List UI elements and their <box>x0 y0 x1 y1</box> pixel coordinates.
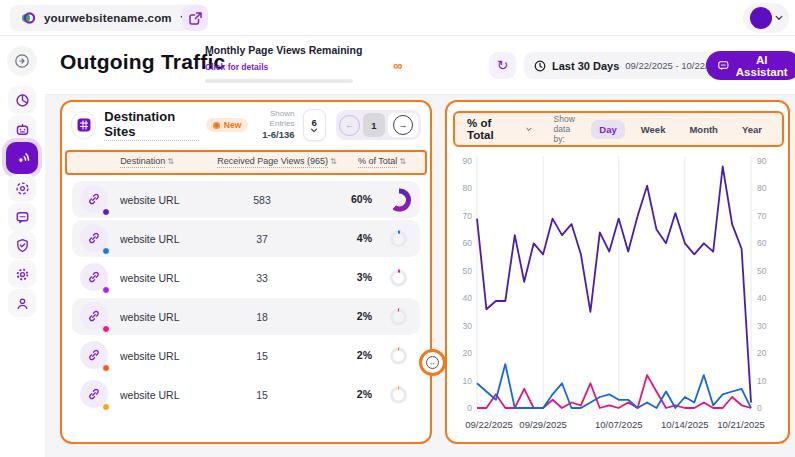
percent-value: 2% <box>327 349 372 361</box>
table-column-headers: Destination⇅ Received Page Views (965)⇅ … <box>65 150 427 175</box>
y-axis-label-left: 20 <box>463 348 473 358</box>
sidebar-item-ai[interactable] <box>8 115 36 143</box>
destination-label: website URL <box>120 272 180 284</box>
destination-sites-panel: Destination Sites New Shown Entries 1-6/… <box>60 100 432 444</box>
y-axis-label-right: 60 <box>757 238 767 248</box>
column-percent-of-total[interactable]: % of Total⇅ <box>342 156 422 166</box>
next-page-button[interactable]: → <box>393 115 413 135</box>
sidebar-item-security[interactable] <box>8 231 36 259</box>
main-content: Destination Sites New Shown Entries 1-6/… <box>45 95 795 457</box>
sidebar-item-profile[interactable] <box>8 289 36 317</box>
table-row[interactable]: website URL182% <box>72 298 420 335</box>
badge-dot-icon <box>213 122 220 129</box>
site-color-dot <box>102 403 110 411</box>
pie-chart-icon <box>15 93 30 108</box>
sidebar-item-dashboard[interactable] <box>8 86 36 114</box>
y-axis-label-right: 90 <box>757 156 767 166</box>
link-icon <box>80 380 108 408</box>
sidebar-item-heatmaps[interactable] <box>8 174 36 202</box>
site-color-dot <box>102 364 110 372</box>
page-views-value: 15 <box>217 350 307 362</box>
ai-assistant-button[interactable]: AI Assistant <box>706 51 795 80</box>
table-row[interactable]: website URL152% <box>72 337 420 374</box>
link-icon <box>80 263 108 291</box>
series-secondary-pink <box>477 375 751 408</box>
x-axis-label: 09/29/2025 <box>519 419 567 430</box>
x-axis-label: 10/21/2025 <box>717 419 765 430</box>
y-axis-label-right: 0 <box>757 403 762 413</box>
next-page-wrap: → <box>388 113 418 137</box>
line-chart: 09/22/202509/29/202510/07/202510/14/2025… <box>451 152 788 440</box>
prev-page-button[interactable]: ← <box>339 115 360 136</box>
x-axis-label: 10/14/2025 <box>661 419 709 430</box>
sidebar-collapse-icon[interactable] <box>7 46 37 76</box>
shown-entries: Shown Entries 1-6/136 <box>248 109 294 141</box>
page-views-value: 33 <box>217 272 307 284</box>
table-panel-header: Destination Sites New Shown Entries 1-6/… <box>62 102 430 148</box>
refresh-button[interactable]: ↻ <box>489 52 516 79</box>
chevron-down-icon <box>775 15 783 21</box>
percent-value: 2% <box>327 388 372 400</box>
security-shield-icon <box>15 238 30 253</box>
y-axis-label-right: 70 <box>757 211 767 221</box>
tab-month[interactable]: Month <box>681 120 726 139</box>
show-data-by-label: Show data by: <box>554 114 582 144</box>
table-row[interactable]: website URL333% <box>72 259 420 296</box>
monthly-views-progress <box>205 79 353 83</box>
current-page[interactable]: 1 <box>363 113 385 137</box>
chart-header: % of Total Show data by: DayWeekMonthYea… <box>453 111 784 147</box>
column-received-page-views[interactable]: Received Page Views (965)⇅ <box>202 156 352 166</box>
percent-value: 4% <box>327 232 372 244</box>
table-rows: website URL58360%website URL374%website … <box>72 181 420 415</box>
page-title: Outgoing Traffic <box>60 50 225 74</box>
page-views-value: 583 <box>217 194 307 206</box>
y-axis-label-right: 40 <box>757 293 767 303</box>
percent-donut <box>390 269 407 286</box>
tab-year[interactable]: Year <box>734 120 770 139</box>
destination-sites-icon <box>71 111 96 139</box>
open-site-button[interactable] <box>182 5 208 31</box>
site-selector[interactable]: yourwebsitename.com <box>10 5 200 31</box>
percent-value: 2% <box>327 310 372 322</box>
y-axis-label-left: 0 <box>467 403 472 413</box>
destination-label: website URL <box>120 194 180 206</box>
page-size-select[interactable]: 6 <box>303 109 327 141</box>
sidebar <box>0 36 45 457</box>
page-views-value: 18 <box>217 311 307 323</box>
outgoing-traffic-icon <box>14 150 31 167</box>
sidebar-item-outgoing-traffic[interactable] <box>6 142 38 174</box>
y-axis-label-left: 90 <box>463 156 473 166</box>
table-row[interactable]: website URL152% <box>72 376 420 413</box>
y-axis-label-left: 60 <box>463 238 473 248</box>
ai-robot-icon <box>15 122 30 137</box>
click-for-details-link[interactable]: Click for details <box>205 62 268 72</box>
chevron-down-icon <box>526 126 532 133</box>
link-icon <box>80 224 108 252</box>
y-axis-label-left: 10 <box>463 376 473 386</box>
traffic-chart-panel: % of Total Show data by: DayWeekMonthYea… <box>445 100 790 444</box>
panel-resize-handle[interactable]: ↔ <box>419 349 446 376</box>
site-logo-icon <box>20 10 36 26</box>
ai-assistant-label: AI Assistant <box>735 54 789 78</box>
table-row[interactable]: website URL58360% <box>72 181 420 218</box>
table-row[interactable]: website URL374% <box>72 220 420 257</box>
percent-value: 60% <box>327 193 372 205</box>
destination-label: website URL <box>120 311 180 323</box>
site-name: yourwebsitename.com <box>44 12 172 24</box>
link-icon <box>80 302 108 330</box>
tab-week[interactable]: Week <box>633 120 674 139</box>
user-menu[interactable] <box>743 3 789 33</box>
x-axis-label: 09/22/2025 <box>465 419 513 430</box>
sidebar-item-settings[interactable] <box>8 260 36 288</box>
site-color-dot <box>102 247 110 255</box>
site-color-dot <box>102 286 110 294</box>
pagination: ← 1 → <box>336 110 421 140</box>
chevron-down-icon <box>310 128 318 133</box>
y-axis-label-left: 50 <box>463 266 473 276</box>
metric-select[interactable]: % of Total <box>467 117 532 141</box>
y-axis-label-left: 80 <box>463 183 473 193</box>
sidebar-item-feedback[interactable] <box>8 203 36 231</box>
column-destination[interactable]: Destination⇅ <box>97 156 197 166</box>
granularity-tabs: DayWeekMonthYear <box>591 120 770 139</box>
tab-day[interactable]: Day <box>591 120 624 139</box>
